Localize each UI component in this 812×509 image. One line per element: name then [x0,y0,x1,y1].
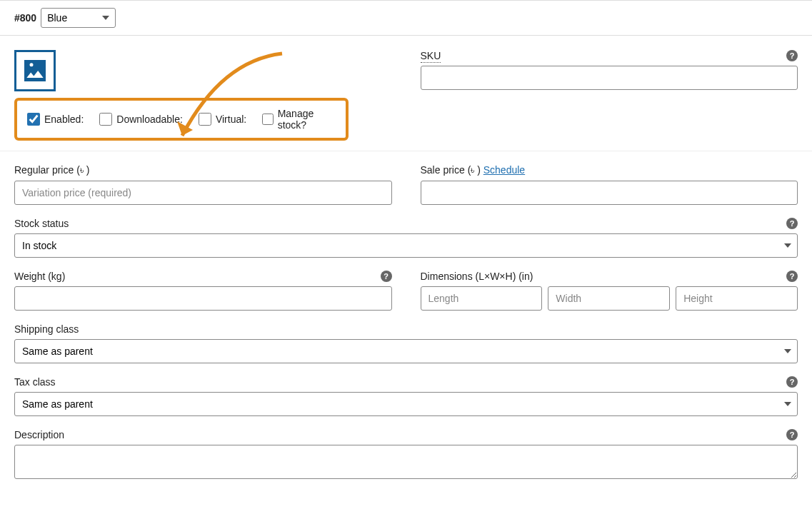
regular-price-input[interactable] [14,181,392,205]
virtual-checkbox[interactable] [199,113,211,126]
help-icon[interactable]: ? [786,376,798,388]
weight-input[interactable] [14,286,392,311]
height-input[interactable] [676,286,798,311]
sale-price-input[interactable] [421,181,798,205]
help-icon[interactable]: ? [786,271,798,282]
enabled-label: Enabled: [44,114,84,125]
shipping-class-label: Shipping class [14,323,798,335]
attribute-select[interactable]: Blue [41,8,116,28]
variation-content: Enabled: Downloadable: Virtual: Manage s… [0,36,812,495]
virtual-label: Virtual: [216,114,246,125]
variation-header: #800 Blue [0,0,812,36]
enabled-checkbox[interactable] [27,113,40,126]
stock-status-select[interactable]: In stock [14,233,798,258]
dimensions-label: Dimensions (L×W×H) (in) [421,271,533,282]
help-icon[interactable]: ? [786,429,798,440]
manage-stock-checkbox[interactable] [262,113,273,126]
downloadable-checkbox[interactable] [99,113,112,126]
sale-price-label: Sale price (৳ ) [421,164,481,176]
shipping-class-select[interactable]: Same as parent [14,339,798,363]
checkbox-highlight-box: Enabled: Downloadable: Virtual: Manage s… [14,98,349,141]
manage-stock-label: Manage stock? [278,108,336,131]
regular-price-label: Regular price (৳ ) [14,164,392,176]
width-input[interactable] [548,286,670,311]
description-textarea[interactable] [14,445,798,479]
tax-class-label: Tax class [14,376,56,388]
help-icon[interactable]: ? [786,50,798,61]
weight-label: Weight (kg) [14,271,65,282]
help-icon[interactable]: ? [381,271,392,282]
downloadable-label: Downloadable: [116,114,183,125]
variation-id: #800 [14,12,36,24]
sku-input[interactable] [421,66,798,90]
description-label: Description [14,429,64,440]
sku-label: SKU [421,50,441,63]
schedule-link[interactable]: Schedule [483,164,525,176]
tax-class-select[interactable]: Same as parent [14,392,798,416]
help-icon[interactable]: ? [786,218,798,229]
length-input[interactable] [421,286,543,311]
image-icon [21,56,49,85]
stock-status-label: Stock status [14,218,69,229]
variation-image-button[interactable] [14,50,56,91]
